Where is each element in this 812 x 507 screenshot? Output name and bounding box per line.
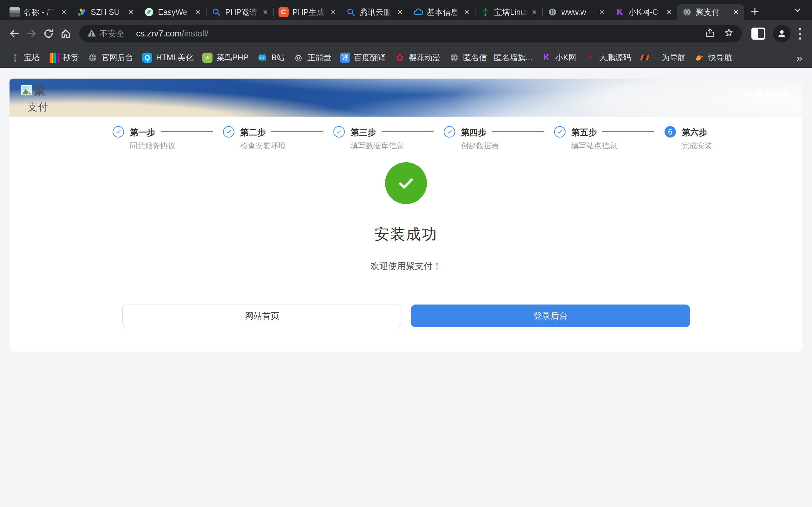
browser-tab[interactable]: 名称 - 厂 [4, 4, 72, 20]
browser-tab[interactable]: PHP邀请 [206, 4, 273, 20]
step-subtitle: 填写站点信息 [571, 141, 617, 151]
bookmark-label: 匿名信 - 匿名墙旗... [463, 52, 532, 63]
new-tab-button[interactable] [747, 4, 763, 19]
browser-tab[interactable]: EasyWe [139, 4, 206, 20]
q-badge-icon: Q [142, 53, 152, 63]
step-item: 第二步 检查安装环境 [223, 126, 334, 152]
k-logo-icon: K [541, 53, 551, 63]
globe-favicon [682, 7, 692, 17]
browser-menu-icon[interactable] [794, 28, 806, 40]
tab-label: PHP邀请 [225, 7, 260, 17]
address-bar[interactable]: 不安全 cs.zrv7.com /install/ [79, 25, 742, 43]
browser-tab[interactable]: 腾讯云服 [341, 4, 408, 20]
step-connector [161, 131, 213, 132]
tab-close-icon[interactable] [529, 7, 540, 17]
step-connector [602, 131, 654, 132]
browser-tab[interactable]: C PHP生成 [273, 4, 341, 20]
bookmark-item[interactable]: QHTML美化 [138, 51, 198, 64]
step-subtitle: 同意服务协议 [130, 141, 175, 151]
k-logo-favicon: K [615, 7, 625, 17]
browser-tab[interactable]: SZH SU [72, 4, 139, 20]
google-ads-favicon [77, 7, 87, 17]
browser-tab[interactable]: 基本信息 [408, 4, 475, 20]
bookmark-label: 小K网 [555, 52, 576, 63]
tab-label: www.w [561, 8, 596, 17]
tab-close-icon[interactable] [125, 7, 136, 17]
bookmarks-overflow-icon[interactable]: » [793, 52, 806, 63]
browser-tab-active[interactable]: 聚支付 [677, 4, 744, 20]
pagoda-icon [10, 53, 20, 63]
bird-icon [694, 53, 705, 63]
sakura-icon: ✿ [395, 53, 405, 63]
tab-close-icon[interactable] [193, 7, 204, 17]
step-check-icon [444, 126, 455, 137]
home-button[interactable] [57, 25, 74, 42]
tab-close-icon[interactable] [327, 7, 338, 17]
tab-overflow-chevron-icon[interactable] [791, 4, 804, 16]
step-title: 第六步 [681, 127, 707, 138]
tab-close-icon[interactable] [596, 7, 607, 17]
browser-toolbar: 不安全 cs.zrv7.com /install/ [0, 20, 812, 47]
profile-avatar[interactable] [773, 25, 791, 43]
tab-close-icon[interactable] [58, 7, 69, 17]
logo-text-line1: 聚 [34, 83, 45, 98]
bookmark-star-icon[interactable] [723, 27, 734, 40]
bookmark-item[interactable]: 译百度翻译 [336, 51, 390, 64]
url-separator [130, 29, 131, 38]
site-home-button[interactable]: 网站首页 [122, 304, 402, 327]
step-item: 第一步 同意服务协议 [113, 126, 223, 152]
url-host: cs.zrv7.com [136, 29, 182, 39]
bookmark-item[interactable]: K小K网 [537, 51, 581, 64]
side-panel-icon[interactable] [751, 27, 765, 40]
site-logo: 聚 支付 [20, 83, 49, 114]
bookmark-label: 秒赞 [63, 52, 79, 63]
browser-tab[interactable]: 宝塔Linux [475, 4, 542, 20]
step-connector [492, 131, 544, 132]
bookmark-item[interactable]: 秒赞 [44, 51, 83, 64]
banner-header: 聚 支付 环境检测 [9, 78, 803, 117]
browser-window: 名称 - 厂 SZH SU EasyWe PHP邀请 C PHP生成 腾讯云服 [0, 0, 812, 507]
step-connector [271, 131, 323, 132]
bookmark-item[interactable]: 正能量 [289, 51, 336, 64]
step-item: 第五步 填写站点信息 [554, 126, 664, 152]
bookmark-item[interactable]: B站 [253, 51, 289, 64]
bookmark-label: 菜鸟PHP [216, 52, 248, 63]
bookmark-label: 官网后台 [101, 52, 133, 63]
w-bars-icon [640, 53, 650, 63]
bookmark-item[interactable]: 宝塔 [6, 51, 44, 64]
tab-close-icon[interactable] [731, 7, 742, 17]
browser-tab[interactable]: www.w [542, 4, 610, 20]
page-viewport: 聚 支付 环境检测 第一步 同意服务协议 第二步 检查安装环境 [0, 68, 812, 507]
csdn-favicon: C [278, 7, 289, 17]
bookmark-label: 快导航 [708, 52, 732, 63]
bookmark-item[interactable]: 官网后台 [83, 51, 138, 64]
admin-login-button[interactable]: 登录后台 [411, 304, 690, 327]
step-subtitle: 完成安装 [681, 141, 712, 151]
tab-close-icon[interactable] [462, 7, 473, 17]
step-title: 第四步 [461, 127, 487, 138]
step-title: 第二步 [240, 127, 266, 138]
browser-tab[interactable]: K 小K网-C [610, 4, 677, 20]
tab-label: EasyWe [158, 8, 193, 17]
share-icon[interactable] [705, 27, 715, 40]
bookmark-item[interactable]: 匿名信 - 匿名墙旗... [445, 51, 537, 64]
bookmark-item[interactable]: 大鹏源码 [581, 51, 635, 64]
tab-label: 基本信息 [427, 7, 462, 17]
pagoda-favicon [480, 7, 490, 17]
bookmark-item[interactable]: 快导航 [690, 51, 737, 64]
bookmark-item[interactable]: 一为导航 [635, 51, 690, 64]
rainbow-icon [49, 53, 59, 63]
url-path: /install/ [182, 29, 208, 39]
page-thumbnail-favicon [9, 7, 20, 17]
bookmark-item[interactable]: </>菜鸟PHP [198, 51, 253, 64]
reload-button[interactable] [40, 25, 57, 42]
step-check-icon [334, 126, 345, 137]
bookmark-item[interactable]: ✿樱花动漫 [390, 51, 445, 64]
tab-label: 聚支付 [696, 7, 731, 17]
back-button[interactable] [6, 25, 23, 42]
tab-close-icon[interactable] [260, 7, 271, 17]
banner-watermark: 环境检测 [742, 88, 788, 102]
tab-close-icon[interactable] [395, 7, 405, 17]
forward-button[interactable] [23, 25, 40, 42]
tab-close-icon[interactable] [664, 7, 674, 17]
